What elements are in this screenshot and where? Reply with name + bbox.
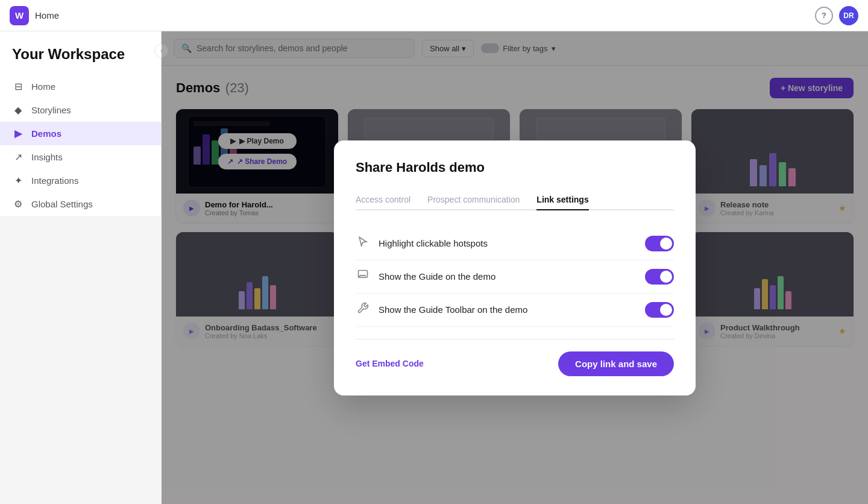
sidebar: Your Workspace ‹ ⊟ Home ◆ Storylines ▶ D… bbox=[0, 31, 162, 216]
modal-backdrop[interactable]: Share Harolds demo Access control Prospe… bbox=[162, 31, 868, 504]
main-content: 🔍 Show all ▾ Filter by tags ▾ Demos (23)… bbox=[162, 31, 868, 504]
topnav-left: W Home bbox=[10, 6, 59, 25]
sidebar-wrapper: Your Workspace ‹ ⊟ Home ◆ Storylines ▶ D… bbox=[0, 31, 162, 504]
sidebar-item-insights[interactable]: ↗ Insights bbox=[0, 145, 161, 169]
modal-title: Share Harolds demo bbox=[356, 160, 674, 175]
share-modal: Share Harolds demo Access control Prospe… bbox=[334, 140, 696, 395]
sidebar-item-integrations-label: Integrations bbox=[31, 175, 78, 186]
user-avatar[interactable]: DR bbox=[839, 6, 858, 25]
topnav-title: Home bbox=[35, 10, 59, 20]
sidebar-item-storylines-label: Storylines bbox=[31, 105, 71, 115]
sidebar-item-home[interactable]: ⊟ Home bbox=[0, 75, 161, 98]
sidebar-item-integrations[interactable]: ✦ Integrations bbox=[0, 169, 161, 192]
sidebar-item-storylines[interactable]: ◆ Storylines bbox=[0, 98, 161, 122]
show-guide-toggle[interactable] bbox=[645, 269, 674, 285]
tab-access-control[interactable]: Access control bbox=[356, 190, 410, 210]
global-settings-icon: ⚙ bbox=[12, 198, 24, 210]
sidebar-nav: ⊟ Home ◆ Storylines ▶ Demos ↗ Insights ✦ bbox=[0, 75, 161, 216]
comment-icon bbox=[356, 269, 370, 284]
topnav: W Home ? DR bbox=[0, 0, 868, 31]
workspace-title: Your Workspace bbox=[0, 46, 161, 75]
demos-icon: ▶ bbox=[12, 128, 24, 139]
app-logo: W bbox=[10, 6, 29, 25]
wrench-icon bbox=[356, 302, 370, 317]
sidebar-item-global-settings[interactable]: ⚙ Global Settings bbox=[0, 192, 161, 216]
sidebar-item-global-settings-label: Global Settings bbox=[31, 199, 93, 209]
setting-highlight-hotspots: Highlight clickable hotspots bbox=[356, 227, 674, 260]
home-icon: ⊟ bbox=[12, 81, 24, 92]
sidebar-item-home-label: Home bbox=[31, 81, 55, 92]
modal-divider bbox=[356, 339, 674, 339]
show-toolbar-toggle[interactable] bbox=[645, 302, 674, 318]
sidebar-item-demos-label: Demos bbox=[31, 128, 61, 139]
get-embed-code-button[interactable]: Get Embed Code bbox=[356, 359, 424, 368]
tab-link-settings[interactable]: Link settings bbox=[536, 190, 588, 210]
copy-link-save-button[interactable]: Copy link and save bbox=[558, 351, 674, 376]
tab-prospect-communication[interactable]: Prospect communication bbox=[427, 190, 520, 210]
modal-footer: Get Embed Code Copy link and save bbox=[356, 351, 674, 376]
sidebar-item-demos[interactable]: ▶ Demos bbox=[0, 122, 161, 145]
integrations-icon: ✦ bbox=[12, 175, 24, 186]
setting-show-guide: Show the Guide on the demo bbox=[356, 260, 674, 294]
storylines-icon: ◆ bbox=[12, 104, 24, 116]
cursor-icon bbox=[356, 236, 370, 251]
setting-show-toolbar: Show the Guide Toolbar on the demo bbox=[356, 294, 674, 327]
topnav-right: ? DR bbox=[815, 6, 858, 25]
insights-icon: ↗ bbox=[12, 151, 24, 163]
modal-tabs: Access control Prospect communication Li… bbox=[356, 190, 674, 210]
help-button[interactable]: ? bbox=[815, 7, 833, 25]
layout: Your Workspace ‹ ⊟ Home ◆ Storylines ▶ D… bbox=[0, 31, 868, 504]
highlight-hotspots-toggle[interactable] bbox=[645, 236, 674, 251]
sidebar-item-insights-label: Insights bbox=[31, 152, 63, 162]
